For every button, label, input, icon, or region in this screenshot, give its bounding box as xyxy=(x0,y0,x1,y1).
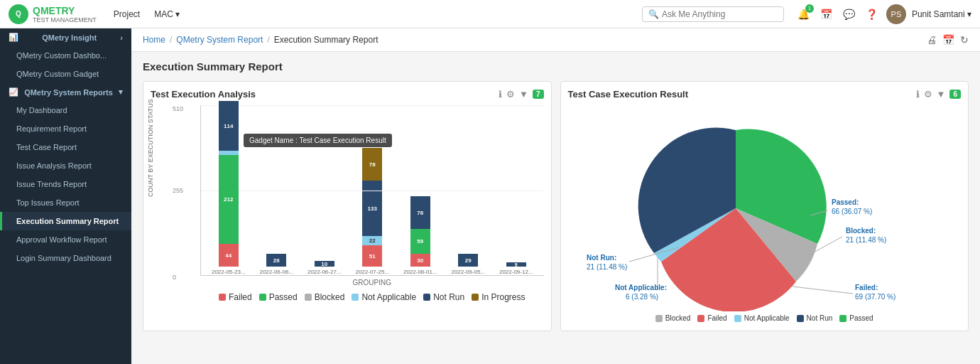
bar-group-4-label: 2022-07-25... xyxy=(355,269,389,275)
legend-blocked-label: Blocked xyxy=(315,292,345,302)
sidebar-item-top-issues-report[interactable]: Top Issues Report xyxy=(0,193,131,212)
chevron-right-icon: › xyxy=(120,33,123,42)
legend-not-run-label: Not Run xyxy=(433,292,464,302)
sidebar-custom-gadget-label: QMetry Custom Gadget xyxy=(16,70,99,78)
user-name[interactable]: Punit Samtani ▾ xyxy=(912,9,971,19)
nav-items: Project MAC ▾ xyxy=(108,6,185,22)
pie-annotation-passed: Passed: xyxy=(832,198,859,206)
bar-group-3: 10 2022-06-27... xyxy=(303,261,347,275)
pie-settings-icon[interactable]: ⚙ xyxy=(924,89,932,100)
chat-button[interactable]: 💬 xyxy=(841,6,858,23)
legend-item-passed: Passed xyxy=(259,292,298,302)
sidebar-item-custom-dash[interactable]: QMetry Custom Dashbo... xyxy=(0,46,131,65)
sidebar-item-my-dashboard[interactable]: My Dashboard xyxy=(0,101,131,119)
pie-annotation-not-run: Not Run: xyxy=(587,254,616,262)
svg-line-4 xyxy=(793,287,853,294)
legend-in-progress-label: In Progress xyxy=(481,292,525,302)
sidebar-group-insight[interactable]: 📊 QMetry Insight › xyxy=(0,28,131,46)
sidebar-item-requirement-report[interactable]: Requirement Report xyxy=(0,119,131,138)
sidebar-group-system-reports[interactable]: 📈 QMetry System Reports ▾ xyxy=(0,83,131,101)
page-title: Execution Summary Report xyxy=(143,60,969,73)
svg-text:6 (3.28 %): 6 (3.28 %) xyxy=(626,293,658,301)
sidebar-item-execution-summary-report[interactable]: Execution Summary Report xyxy=(0,212,131,230)
pie-chart-header: Test Case Execution Result ℹ ⚙ ▼ 6 xyxy=(568,89,962,100)
legend-item-failed: Failed xyxy=(219,292,252,302)
bar-chart-badge: 7 xyxy=(533,90,544,99)
legend-item-not-applicable: Not Applicable xyxy=(352,292,416,302)
breadcrumb: Home / QMetry System Report / Execution … xyxy=(143,35,378,45)
pie-filter-icon[interactable]: ▼ xyxy=(937,89,946,100)
breadcrumb-sep-1: / xyxy=(170,35,172,45)
sidebar-item-approval-workflow-report[interactable]: Approval Workflow Report xyxy=(0,230,131,249)
legend-item-in-progress: In Progress xyxy=(472,292,525,302)
help-button[interactable]: ❓ xyxy=(864,6,881,23)
bar-group-5: 30 59 78 2022-08-01... xyxy=(398,196,442,275)
search-input[interactable] xyxy=(662,9,778,19)
pie-legend-not-applicable: Not Applicable xyxy=(734,314,790,322)
notification-button[interactable]: 🔔 1 xyxy=(795,6,812,23)
pie-legend-blocked: Blocked xyxy=(655,314,691,322)
page-content: Execution Summary Report Test Execution … xyxy=(131,52,980,364)
breadcrumb-system-report[interactable]: QMetry System Report xyxy=(176,35,263,45)
breadcrumb-home[interactable]: Home xyxy=(143,35,165,45)
schedule-icon[interactable]: 📅 xyxy=(942,34,954,46)
bar-group-4: 51 22 133 78 2022-07-25... xyxy=(351,148,395,275)
sidebar-item-issue-analysis-report[interactable]: Issue Analysis Report xyxy=(0,156,131,175)
settings-icon[interactable]: ⚙ xyxy=(506,89,515,100)
sidebar-item-custom-gadget[interactable]: QMetry Custom Gadget xyxy=(0,65,131,83)
bar-group-3-label: 2022-06-27... xyxy=(307,269,342,275)
bar-chart-header: Test Execution Analysis ℹ ⚙ ▼ 7 xyxy=(151,89,544,100)
search-box[interactable]: 🔍 xyxy=(642,6,784,22)
bar-chart-icons: ℹ ⚙ ▼ 7 xyxy=(499,89,543,100)
bar-chart-card: Test Execution Analysis ℹ ⚙ ▼ 7 COUNT BY… xyxy=(143,81,552,331)
pie-info-icon[interactable]: ℹ xyxy=(916,89,920,100)
legend-failed-label: Failed xyxy=(229,292,252,302)
sidebar-insight-label: QMetry Insight xyxy=(42,33,97,42)
breadcrumb-current: Execution Summary Report xyxy=(274,35,379,45)
pie-annotation-failed: Failed: xyxy=(855,284,878,291)
pie-chart-badge: 6 xyxy=(949,90,961,99)
nav-project[interactable]: Project xyxy=(108,6,146,22)
logo[interactable]: Q QMETRY TEST MANAGEMENT xyxy=(9,4,97,24)
logo-icon: Q xyxy=(9,4,28,24)
logo-subtext: TEST MANAGEMENT xyxy=(33,16,97,23)
breadcrumb-icons: 🖨 📅 ↻ xyxy=(927,34,969,46)
legend-not-applicable-label: Not Applicable xyxy=(361,292,416,302)
svg-text:66 (36.07 %): 66 (36.07 %) xyxy=(832,208,872,215)
content-area: Home / QMetry System Report / Execution … xyxy=(131,28,980,364)
filter-icon[interactable]: ▼ xyxy=(519,89,528,100)
y-tick-zero: 0 xyxy=(173,274,176,281)
y-tick-mid: 255 xyxy=(173,187,183,194)
chevron-down-icon: ▾ xyxy=(119,87,123,97)
refresh-icon[interactable]: ↻ xyxy=(960,34,969,46)
chevron-down-icon: ▾ xyxy=(967,9,971,19)
sidebar-item-issue-trends-report[interactable]: Issue Trends Report xyxy=(0,175,131,193)
bar-group-2: 28 2022-06-06... xyxy=(255,254,299,275)
sidebar-item-test-case-report[interactable]: Test Case Report xyxy=(0,138,131,156)
pie-chart-icons: ℹ ⚙ ▼ 6 xyxy=(916,89,961,100)
sidebar-item-login-summary-dashboard[interactable]: Login Summary Dashboard xyxy=(0,249,131,267)
svg-text:21 (11.48 %): 21 (11.48 %) xyxy=(846,236,886,244)
avatar[interactable]: PS xyxy=(886,4,906,24)
bar-group-5-label: 2022-08-01... xyxy=(403,269,437,275)
print-icon[interactable]: 🖨 xyxy=(927,34,937,46)
top-navigation: Q QMETRY TEST MANAGEMENT Project MAC ▾ 🔍… xyxy=(0,0,980,28)
svg-text:69 (37.70 %): 69 (37.70 %) xyxy=(855,293,895,301)
nav-project-value: MAC xyxy=(154,9,173,19)
breadcrumb-bar: Home / QMetry System Report / Execution … xyxy=(131,28,980,52)
info-icon[interactable]: ℹ xyxy=(499,89,502,100)
sidebar-system-reports-label: QMetry System Reports xyxy=(24,88,113,97)
bar-chart-x-label: GROUPING xyxy=(200,279,544,287)
pie-annotation-blocked: Blocked: xyxy=(846,227,876,235)
pie-legend-failed: Failed xyxy=(697,314,726,322)
legend-item-blocked: Blocked xyxy=(305,292,345,302)
legend-item-not-run: Not Run xyxy=(423,292,464,302)
bar-chart-title: Test Execution Analysis xyxy=(151,89,256,100)
calendar-button[interactable]: 📅 xyxy=(818,6,835,23)
bar-group-1-label: 2022-05-23... xyxy=(212,269,246,275)
main-layout: 📊 QMetry Insight › QMetry Custom Dashbo.… xyxy=(0,28,980,364)
notification-badge: 1 xyxy=(805,4,814,13)
nav-project-name[interactable]: MAC ▾ xyxy=(148,6,185,22)
logo-text: QMETRY xyxy=(33,5,97,16)
pie-chart-card: Test Case Execution Result ℹ ⚙ ▼ 6 xyxy=(560,81,969,331)
